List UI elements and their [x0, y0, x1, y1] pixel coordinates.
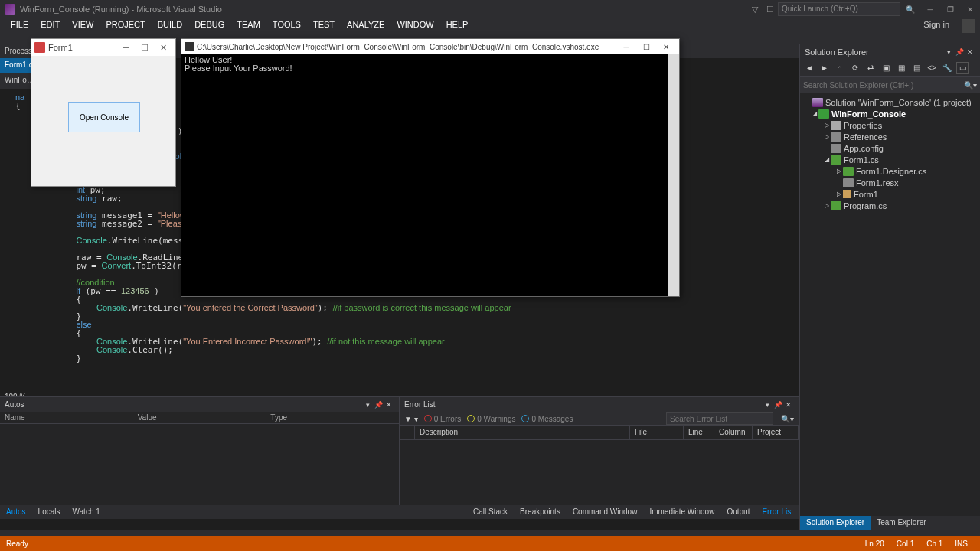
- autos-pin-icon[interactable]: 📌: [373, 401, 384, 409]
- form1-titlebar[interactable]: Form1 ─ ☐ ✕: [31, 39, 175, 56]
- sign-in-link[interactable]: Sign in: [916, 18, 957, 34]
- se-fwd-icon[interactable]: ►: [818, 62, 831, 74]
- tab-breakpoints[interactable]: Breakpoints: [514, 505, 567, 519]
- menu-debug[interactable]: DEBUG: [188, 18, 230, 34]
- tab-errorlist[interactable]: Error List: [756, 505, 799, 519]
- menu-tools[interactable]: TOOLS: [266, 18, 307, 34]
- form1-close-button[interactable]: ✕: [154, 43, 172, 53]
- errors-filter[interactable]: 0 Errors: [424, 415, 462, 423]
- feedback-icon[interactable]: ☐: [763, 5, 778, 15]
- errorlist-close-icon[interactable]: ✕: [783, 401, 794, 409]
- tree-form1[interactable]: ▷Form1: [802, 188, 978, 200]
- tree-appconfig[interactable]: App.config: [802, 142, 978, 154]
- autos-panel: Autos ▾ 📌 ✕ Name Value Type: [0, 397, 400, 505]
- tab-immediate[interactable]: Immediate Window: [643, 505, 720, 519]
- search-icon[interactable]: 🔍: [900, 2, 920, 16]
- console-maximize-button[interactable]: ☐: [636, 43, 656, 51]
- se-sync-icon[interactable]: ⇄: [864, 62, 877, 74]
- menu-build[interactable]: BUILD: [152, 18, 188, 34]
- messages-filter[interactable]: 0 Messages: [521, 415, 573, 423]
- menu-test[interactable]: TEST: [307, 18, 341, 34]
- col-file[interactable]: File: [630, 426, 684, 439]
- autos-col-name[interactable]: Name: [0, 412, 133, 423]
- title-bar: WinForm_Console (Running) - Microsoft Vi…: [0, 0, 980, 18]
- col-line[interactable]: Line: [684, 426, 714, 439]
- se-back-icon[interactable]: ◄: [803, 62, 815, 74]
- se-dropdown-icon[interactable]: ▾: [943, 48, 954, 56]
- se-view-icon[interactable]: ▭: [956, 62, 969, 74]
- tab-watch1[interactable]: Watch 1: [66, 505, 106, 519]
- errorlist-dropdown-icon[interactable]: ▾: [762, 401, 773, 409]
- se-props-icon[interactable]: <>: [926, 62, 938, 74]
- se-preview-icon[interactable]: ▤: [910, 62, 923, 74]
- minimize-button[interactable]: ─: [920, 2, 940, 16]
- col-project[interactable]: Project: [753, 426, 799, 439]
- tree-references[interactable]: ▷References: [802, 131, 978, 142]
- se-refresh-icon[interactable]: ⟳: [849, 62, 861, 74]
- status-line: Ln 20: [859, 540, 890, 548]
- menu-file[interactable]: FILE: [5, 18, 34, 34]
- autos-col-value[interactable]: Value: [133, 412, 266, 423]
- console-icon: [185, 42, 194, 51]
- tab-solution-explorer[interactable]: Solution Explorer: [800, 516, 871, 530]
- se-search-icon[interactable]: 🔍▾: [964, 81, 977, 90]
- form1-minimize-button[interactable]: ─: [117, 43, 136, 52]
- autos-col-type[interactable]: Type: [266, 412, 399, 423]
- se-wrench-icon[interactable]: 🔧: [941, 62, 953, 74]
- tab-callstack[interactable]: Call Stack: [467, 505, 514, 519]
- avatar-icon[interactable]: [962, 19, 975, 33]
- tree-designer[interactable]: ▷Form1.Designer.cs: [802, 165, 978, 177]
- maximize-button[interactable]: ❐: [940, 2, 960, 16]
- menu-analyze[interactable]: ANALYZE: [341, 18, 390, 34]
- se-pin-icon[interactable]: 📌: [954, 48, 965, 56]
- tab-output[interactable]: Output: [720, 505, 756, 519]
- menu-team[interactable]: TEAM: [230, 18, 266, 34]
- tree-resx[interactable]: Form1.resx: [802, 177, 978, 188]
- tab-autos[interactable]: Autos: [0, 505, 32, 519]
- errorlist-pin-icon[interactable]: 📌: [773, 401, 783, 409]
- console-close-button[interactable]: ✕: [656, 43, 676, 51]
- solution-tree[interactable]: Solution 'WinForm_Console' (1 project) ◢…: [800, 93, 980, 516]
- se-toolbar: ◄ ► ⌂ ⟳ ⇄ ▣ ▦ ▤ <> 🔧 ▭: [800, 60, 980, 77]
- tab-commandwindow[interactable]: Command Window: [567, 505, 643, 519]
- menu-project[interactable]: PROJECT: [100, 18, 151, 34]
- close-button[interactable]: ✕: [960, 2, 980, 16]
- menu-view[interactable]: VIEW: [66, 18, 100, 34]
- tab-team-explorer[interactable]: Team Explorer: [871, 516, 932, 530]
- errorlist-search-input[interactable]: [666, 412, 773, 425]
- col-description[interactable]: Description: [415, 426, 630, 439]
- tree-program[interactable]: ▷Program.cs: [802, 200, 978, 211]
- col-column[interactable]: Column: [714, 426, 753, 439]
- tree-form1cs[interactable]: ◢Form1.cs: [802, 154, 978, 165]
- autos-dropdown-icon[interactable]: ▾: [362, 401, 373, 409]
- tree-solution[interactable]: Solution 'WinForm_Console' (1 project): [802, 96, 978, 108]
- console-titlebar[interactable]: C:\Users\Charlie\Desktop\New Project\Win…: [181, 39, 679, 54]
- se-home-icon[interactable]: ⌂: [834, 62, 846, 74]
- errorlist-search-icon[interactable]: 🔍▾: [779, 415, 794, 423]
- menu-edit[interactable]: EDIT: [34, 18, 66, 34]
- se-close-icon[interactable]: ✕: [965, 48, 975, 56]
- menu-help[interactable]: HELP: [440, 18, 475, 34]
- console-window[interactable]: C:\Users\Charlie\Desktop\New Project\Win…: [181, 38, 680, 297]
- form1-icon: [34, 42, 45, 53]
- status-bar: Ready Ln 20 Col 1 Ch 1 INS: [0, 536, 980, 551]
- notifications-icon[interactable]: ▽: [747, 5, 763, 15]
- se-search-input[interactable]: [803, 81, 964, 90]
- tree-properties[interactable]: ▷Properties: [802, 119, 978, 131]
- autos-close-icon[interactable]: ✕: [384, 401, 394, 409]
- menu-window[interactable]: WINDOW: [390, 18, 439, 34]
- se-collapse-icon[interactable]: ▣: [880, 62, 892, 74]
- filter-dropdown-icon[interactable]: ▼ ▾: [404, 415, 418, 423]
- console-scrollbar[interactable]: [668, 54, 679, 296]
- warnings-filter[interactable]: 0 Warnings: [467, 415, 515, 423]
- tree-project[interactable]: ◢WinForm_Console: [802, 108, 978, 119]
- se-showall-icon[interactable]: ▦: [895, 62, 907, 74]
- quick-launch-input[interactable]: Quick Launch (Ctrl+Q): [778, 2, 900, 16]
- form1-maximize-button[interactable]: ☐: [136, 43, 154, 53]
- form1-window[interactable]: Form1 ─ ☐ ✕ Open Console: [31, 38, 176, 187]
- console-minimize-button[interactable]: ─: [616, 43, 636, 51]
- tab-locals[interactable]: Locals: [32, 505, 67, 519]
- console-output: Hellow User! Please Input Your Password!: [181, 54, 679, 296]
- open-console-button[interactable]: Open Console: [68, 102, 140, 132]
- window-title: WinForm_Console (Running) - Microsoft Vi…: [20, 5, 222, 14]
